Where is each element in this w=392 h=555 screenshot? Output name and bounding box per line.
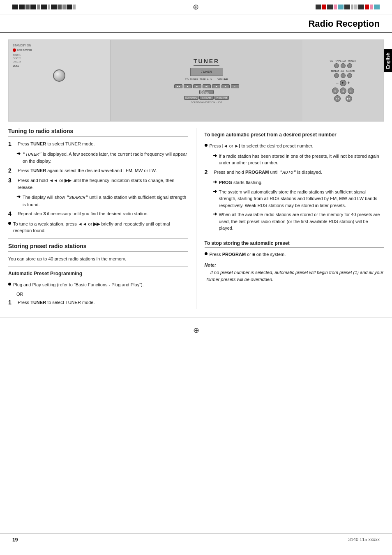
bullet-dot-3 — [205, 144, 208, 147]
auto-preset-from-title: To begin automatic preset from a desired… — [205, 132, 384, 139]
crosshair-top: ⊕ — [193, 2, 199, 12]
right-strip — [316, 5, 380, 9]
step-2: 2 Press TUNER again to select the desire… — [8, 167, 188, 174]
stop-storing-text: Press PROGRAM or ■ on the system. — [210, 251, 384, 258]
step-1: 1 Press TUNER to select TUNER mode. — [8, 140, 188, 147]
step-3-content: Press and hold ◄◄ or ▶▶ until the freque… — [18, 177, 188, 191]
auto-store-text: The system will automatically store the … — [219, 189, 384, 209]
step-4-number: 4 — [8, 210, 16, 217]
auto-step-1-content: Press TUNER to select TUNER mode. — [18, 299, 188, 306]
catalog-number: 3140 115 xxxxx — [348, 537, 380, 543]
all-stations-note: ➜ When all the available radio stations … — [205, 211, 384, 232]
device-left-panel: STANDBY ON ECD POWER DISC 1 DISC 2 DISC … — [9, 40, 111, 121]
separator-right-1 — [205, 236, 384, 236]
page-title: Radio Reception — [308, 18, 380, 29]
auto-store-note: ➜ The system will automatically store th… — [205, 189, 384, 209]
or-text: OR — [8, 292, 188, 297]
arrow-symbol-r4: ➜ — [213, 211, 217, 232]
arrow-symbol-r3: ➜ — [213, 189, 217, 209]
auto-preset-title: Automatic Preset Programming — [8, 271, 188, 278]
step-1-note-text: "TUNER" is displayed. A few seconds late… — [23, 151, 188, 165]
note-section: Note: – If no preset number is selected,… — [205, 263, 384, 283]
step-3: 3 Press and hold ◄◄ or ▶▶ until the freq… — [8, 177, 188, 191]
arrow-symbol-1: ➜ — [16, 151, 21, 165]
bullet-dot-2 — [8, 283, 11, 286]
separator-1 — [8, 238, 188, 239]
page-footer: 19 3140 115 xxxxx — [0, 533, 392, 543]
step-1-number: 1 — [8, 140, 16, 147]
arrow-symbol-r2: ➜ — [213, 179, 217, 186]
step-2-number: 2 — [8, 167, 16, 174]
device-center-panel: TUNER TUNER CDTUNERTAPEAUX VOLUME ◄◄ ■ ►… — [111, 40, 303, 121]
tuning-section-title: Tuning to radio stations — [8, 128, 188, 136]
storing-section-title: Storing preset radio stations — [8, 243, 188, 251]
device-mockup: STANDBY ON ECD POWER DISC 1 DISC 2 DISC … — [9, 40, 383, 121]
right-step-2-content: Press and hold PROGRAM until "AUTO" is d… — [214, 169, 384, 176]
storing-intro: You can store up to 40 preset radio stat… — [8, 256, 188, 263]
step-3-note: ➜ The display will show "SEARCH" until a… — [8, 194, 188, 208]
right-step-2: 2 Press and hold PROGRAM until "AUTO" is… — [205, 169, 384, 176]
auto-step-1: 1 Press TUNER to select TUNER mode. — [8, 299, 188, 306]
all-stations-text: When all the available radio stations ar… — [219, 211, 384, 232]
page-title-section: Radio Reception — [0, 14, 392, 33]
weak-station-bullet: To tune to a weak station, press ◄◄ or ▶… — [8, 221, 188, 234]
arrow-symbol-r1: ➜ — [213, 153, 217, 166]
left-strip — [12, 5, 76, 9]
plug-play-bullet: Plug and Play setting (refer to "Basic F… — [8, 281, 188, 288]
auto-preset-note-1-text: If a radio station has been stored in on… — [219, 153, 384, 166]
bullet-dot-4 — [205, 252, 208, 255]
auto-step-1-number: 1 — [8, 299, 16, 306]
top-decorative-bar: ⊕ — [0, 0, 392, 14]
step-1-content: Press TUNER to select TUNER mode. — [18, 140, 188, 147]
language-tab: English — [384, 49, 392, 72]
separator-2 — [8, 266, 188, 267]
prog-flashing-text: PROG starts flashing. — [219, 179, 384, 186]
crosshair-bottom: ⊕ — [193, 326, 199, 335]
weak-station-text: To tune to a weak station, press ◄◄ or ▶… — [13, 221, 188, 234]
device-right-panel: CD TAPE 1/2 TUNER REPEAT ALL RANDOM – ► … — [302, 40, 383, 121]
device-image: STANDBY ON ECD POWER DISC 1 DISC 2 DISC … — [8, 39, 384, 122]
plug-play-text: Plug and Play setting (refer to "Basic F… — [13, 281, 188, 288]
left-column: Tuning to radio stations 1 Press TUNER t… — [8, 128, 196, 309]
page-number: 19 — [12, 537, 18, 543]
bullet-dot-1 — [8, 222, 11, 225]
prog-flashing-note: ➜ PROG starts flashing. — [205, 179, 384, 186]
note-title: Note: — [205, 263, 384, 267]
arrow-symbol-3: ➜ — [16, 194, 21, 208]
main-content: Tuning to radio stations 1 Press TUNER t… — [0, 128, 392, 309]
stop-storing-bullet: Press PROGRAM or ■ on the system. — [205, 251, 384, 258]
note-text: – If no preset number is selected, autom… — [205, 269, 384, 283]
preset-number-bullet: Press |◄ or ►| to select the desired pre… — [205, 143, 384, 150]
right-step-2-number: 2 — [205, 169, 212, 176]
step-4: 4 Repeat step 3 if necessary until you f… — [8, 210, 188, 217]
preset-number-text: Press |◄ or ►| to select the desired pre… — [210, 143, 384, 150]
bottom-crosshair-area: ⊕ — [0, 317, 392, 343]
step-3-number: 3 — [8, 177, 16, 191]
auto-preset-note-1: ➜ If a radio station has been stored in … — [205, 153, 384, 166]
right-column: To begin automatic preset from a desired… — [196, 128, 384, 309]
step-2-content: Press TUNER again to select the desired … — [18, 167, 188, 174]
step-4-content: Repeat step 3 if necessary until you fin… — [18, 210, 188, 217]
step-1-note: ➜ "TUNER" is displayed. A few seconds la… — [8, 151, 188, 165]
step-3-note-text: The display will show "SEARCH" until a r… — [23, 194, 188, 208]
stop-storing-title: To stop storing the automatic preset — [205, 240, 384, 248]
